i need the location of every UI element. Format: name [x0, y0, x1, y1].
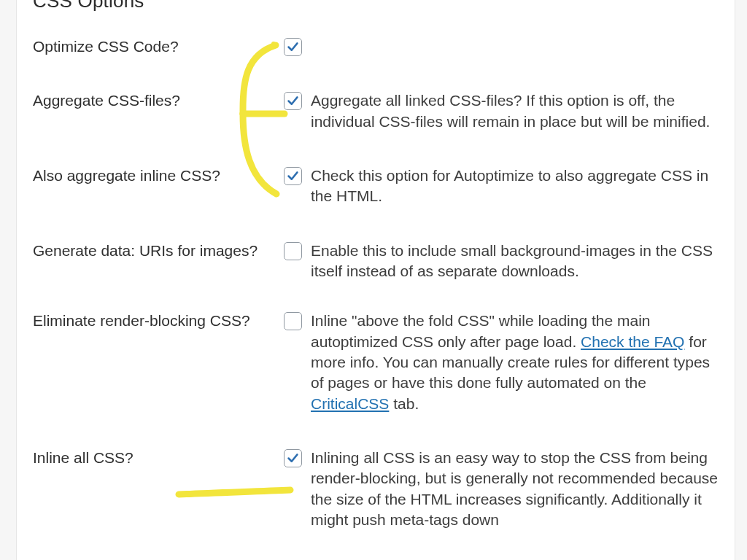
- checkmark-icon: [287, 170, 299, 182]
- checkbox-inline-aggregate[interactable]: [284, 167, 302, 185]
- checkbox-aggregate-css[interactable]: [284, 92, 302, 110]
- row-optimize-css: Optimize CSS Code?: [33, 36, 719, 57]
- desc-render-blocking: Inline "above the fold CSS" while loadin…: [311, 311, 719, 414]
- checkbox-optimize-css[interactable]: [284, 38, 302, 56]
- label-optimize-css: Optimize CSS Code?: [33, 36, 284, 57]
- checkmark-icon: [287, 452, 299, 464]
- desc-inline-aggregate: Check this option for Autoptimize to als…: [311, 166, 719, 207]
- label-inline-aggregate: Also aggregate inline CSS?: [33, 166, 284, 186]
- row-aggregate-css: Aggregate CSS-files? Aggregate all linke…: [33, 90, 719, 132]
- desc-part: tab.: [389, 395, 419, 412]
- link-check-faq[interactable]: Check the FAQ: [581, 333, 684, 350]
- link-criticalcss[interactable]: CriticalCSS: [311, 395, 389, 412]
- row-inline-all: Inline all CSS? Inlining all CSS is an e…: [33, 448, 719, 530]
- label-data-uris: Generate data: URIs for images?: [33, 241, 284, 261]
- desc-data-uris: Enable this to include small background-…: [311, 241, 719, 282]
- row-data-uris: Generate data: URIs for images? Enable t…: [33, 241, 719, 282]
- checkbox-data-uris[interactable]: [284, 242, 302, 260]
- desc-aggregate-css: Aggregate all linked CSS-files? If this …: [311, 90, 719, 132]
- row-inline-aggregate: Also aggregate inline CSS? Check this op…: [33, 166, 719, 207]
- checkmark-icon: [287, 95, 299, 107]
- checkmark-icon: [287, 41, 299, 53]
- label-render-blocking: Eliminate render-blocking CSS?: [33, 311, 284, 331]
- label-aggregate-css: Aggregate CSS-files?: [33, 90, 284, 111]
- checkbox-render-blocking[interactable]: [284, 312, 302, 330]
- checkbox-inline-all[interactable]: [284, 449, 302, 467]
- label-inline-all: Inline all CSS?: [33, 448, 284, 468]
- desc-inline-all: Inlining all CSS is an easy way to stop …: [311, 448, 719, 530]
- section-title: CSS Options: [33, 0, 719, 10]
- row-render-blocking: Eliminate render-blocking CSS? Inline "a…: [33, 311, 719, 414]
